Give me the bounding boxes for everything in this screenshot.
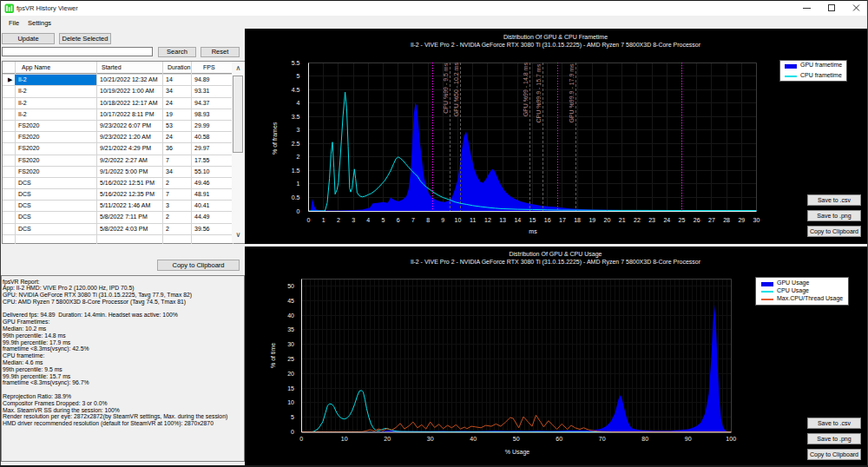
svg-text:10: 10 bbox=[455, 217, 462, 223]
svg-text:6: 6 bbox=[397, 217, 400, 223]
svg-text:25: 25 bbox=[679, 217, 686, 223]
svg-text:ms: ms bbox=[529, 228, 537, 234]
svg-text:2: 2 bbox=[297, 154, 300, 160]
svg-text:40: 40 bbox=[470, 436, 477, 442]
svg-text:GPU %50 - 10.2 ms: GPU %50 - 10.2 ms bbox=[453, 62, 459, 117]
svg-text:14: 14 bbox=[514, 217, 521, 223]
svg-text:30: 30 bbox=[427, 436, 434, 442]
svg-text:4: 4 bbox=[366, 217, 370, 223]
svg-text:2.5: 2.5 bbox=[292, 141, 300, 147]
svg-text:% Usage: % Usage bbox=[505, 449, 530, 456]
svg-text:18: 18 bbox=[574, 217, 581, 223]
svg-text:35: 35 bbox=[287, 326, 294, 332]
svg-text:11: 11 bbox=[470, 217, 476, 223]
svg-text:20: 20 bbox=[384, 436, 391, 442]
svg-text:28: 28 bbox=[723, 217, 730, 223]
svg-text:7: 7 bbox=[411, 217, 415, 223]
svg-text:4.5: 4.5 bbox=[292, 87, 300, 93]
svg-text:15: 15 bbox=[529, 217, 536, 223]
svg-text:100: 100 bbox=[726, 436, 736, 442]
svg-text:21: 21 bbox=[619, 217, 626, 223]
svg-text:0: 0 bbox=[299, 436, 303, 442]
svg-text:22: 22 bbox=[634, 217, 641, 223]
svg-text:17: 17 bbox=[559, 217, 566, 223]
svg-text:1: 1 bbox=[322, 217, 326, 223]
svg-text:0.5: 0.5 bbox=[292, 194, 300, 201]
svg-text:13: 13 bbox=[499, 217, 506, 223]
svg-text:GPU %99.9 - 17.9 ms: GPU %99.9 - 17.9 ms bbox=[569, 63, 575, 123]
svg-text:27: 27 bbox=[708, 217, 715, 223]
svg-text:45: 45 bbox=[287, 298, 294, 304]
svg-text:% of time: % of time bbox=[270, 343, 276, 368]
svg-text:4: 4 bbox=[297, 100, 300, 106]
svg-text:5: 5 bbox=[382, 217, 385, 223]
svg-text:60: 60 bbox=[556, 436, 562, 442]
svg-text:50: 50 bbox=[513, 436, 520, 442]
svg-text:29: 29 bbox=[738, 217, 745, 223]
svg-text:12: 12 bbox=[484, 217, 491, 223]
svg-text:0: 0 bbox=[297, 208, 300, 214]
svg-text:2: 2 bbox=[337, 217, 340, 223]
svg-text:30: 30 bbox=[287, 341, 294, 347]
svg-text:15: 15 bbox=[287, 385, 294, 391]
svg-text:CPU %99 - 9.5 ms: CPU %99 - 9.5 ms bbox=[443, 62, 449, 113]
svg-text:10: 10 bbox=[287, 399, 294, 405]
svg-text:5.5: 5.5 bbox=[292, 60, 300, 66]
svg-text:30: 30 bbox=[753, 217, 760, 223]
svg-text:70: 70 bbox=[599, 436, 606, 442]
svg-text:0: 0 bbox=[307, 217, 311, 223]
svg-text:CPU %99.9 - 15.7 ms: CPU %99.9 - 15.7 ms bbox=[536, 63, 542, 122]
svg-text:1: 1 bbox=[297, 181, 300, 187]
svg-text:40: 40 bbox=[287, 312, 294, 319]
svg-text:3: 3 bbox=[352, 217, 355, 223]
svg-text:90: 90 bbox=[685, 436, 692, 442]
svg-text:GPU %99 - 14.8 ms: GPU %99 - 14.8 ms bbox=[523, 62, 529, 117]
svg-text:% of frames: % of frames bbox=[272, 122, 278, 155]
svg-text:5: 5 bbox=[291, 414, 294, 420]
svg-text:25: 25 bbox=[287, 356, 294, 362]
svg-text:9: 9 bbox=[441, 217, 444, 223]
svg-text:20: 20 bbox=[287, 371, 294, 377]
svg-text:19: 19 bbox=[589, 217, 595, 223]
svg-text:80: 80 bbox=[641, 436, 648, 442]
svg-text:24: 24 bbox=[663, 217, 670, 223]
svg-text:0: 0 bbox=[291, 429, 294, 435]
svg-text:23: 23 bbox=[648, 217, 655, 223]
svg-text:3: 3 bbox=[297, 127, 300, 133]
svg-text:1.5: 1.5 bbox=[292, 168, 300, 174]
svg-text:20: 20 bbox=[604, 217, 611, 223]
svg-text:16: 16 bbox=[544, 217, 551, 223]
svg-text:10: 10 bbox=[341, 436, 348, 442]
svg-text:50: 50 bbox=[287, 283, 294, 289]
svg-text:5: 5 bbox=[297, 73, 300, 79]
svg-text:3.5: 3.5 bbox=[292, 114, 300, 120]
svg-text:8: 8 bbox=[426, 217, 430, 223]
svg-text:26: 26 bbox=[694, 217, 700, 223]
